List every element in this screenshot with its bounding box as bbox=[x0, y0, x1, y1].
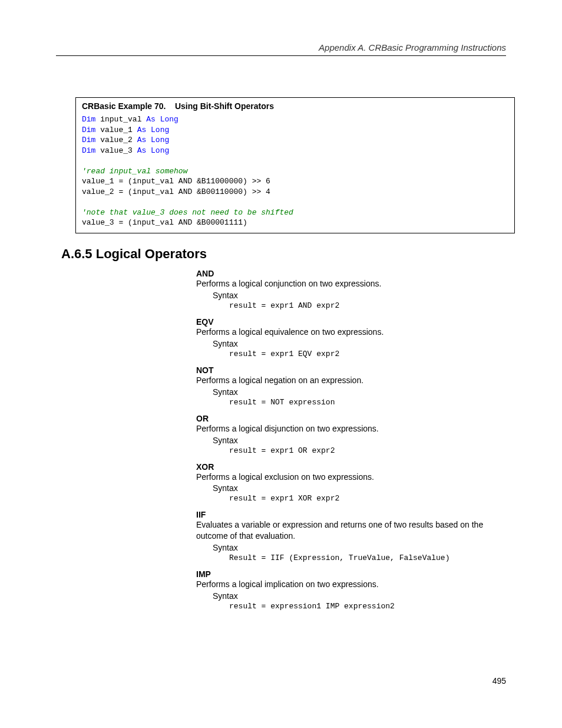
code-example-body: Dim input_val As Long Dim value_1 As Lon… bbox=[76, 114, 514, 233]
syntax-label: Syntax bbox=[213, 291, 515, 300]
keyword-as-long: As Long bbox=[137, 146, 170, 155]
header-rule bbox=[56, 55, 506, 56]
operator-block: AND Performs a logical conjunction on tw… bbox=[196, 269, 515, 310]
operator-description: Performs a logical negation on an expres… bbox=[196, 375, 515, 386]
code-var: value_2 bbox=[100, 136, 133, 144]
operator-block: XOR Performs a logical exclusion on two … bbox=[196, 462, 515, 503]
syntax-label: Syntax bbox=[213, 339, 515, 348]
code-line: value_3 = (input_val AND &B00001111) bbox=[82, 218, 247, 227]
code-example-title: CRBasic Example 70. Using Bit-Shift Oper… bbox=[76, 98, 514, 114]
operator-description: Performs a logical conjunction on two ex… bbox=[196, 278, 515, 289]
code-title-suffix: Using Bit-Shift Operators bbox=[175, 101, 274, 111]
keyword-as-long: As Long bbox=[146, 115, 178, 124]
operator-block: IIF Evaluates a variable or expression a… bbox=[196, 510, 515, 562]
keyword-dim: Dim bbox=[82, 126, 95, 134]
code-var: value_3 bbox=[100, 146, 133, 155]
syntax-label: Syntax bbox=[213, 436, 515, 445]
operator-description: Performs a logical disjunction on two ex… bbox=[196, 423, 515, 434]
operator-name: OR bbox=[196, 414, 515, 423]
keyword-dim: Dim bbox=[82, 136, 95, 144]
keyword-dim: Dim bbox=[82, 146, 95, 155]
syntax-label: Syntax bbox=[213, 483, 515, 493]
syntax-code: result = expr1 XOR expr2 bbox=[229, 494, 515, 503]
code-example-box: CRBasic Example 70. Using Bit-Shift Oper… bbox=[75, 97, 515, 233]
code-comment: 'note that value_3 does not need to be s… bbox=[82, 208, 293, 217]
operator-description: Performs a logical exclusion on two expr… bbox=[196, 472, 515, 483]
page-header: Appendix A. CRBasic Programming Instruct… bbox=[319, 42, 506, 52]
syntax-label: Syntax bbox=[213, 543, 515, 552]
code-line: value_2 = (input_val AND &B00110000) >> … bbox=[82, 187, 270, 196]
operator-name: XOR bbox=[196, 462, 515, 472]
operators-list: AND Performs a logical conjunction on tw… bbox=[196, 269, 515, 611]
operator-description: Evaluates a variable or expression and r… bbox=[196, 519, 515, 542]
section-heading: A.6.5 Logical Operators bbox=[61, 246, 515, 262]
operator-block: EQV Performs a logical equivalence on tw… bbox=[196, 317, 515, 358]
code-comment: 'read input_val somehow bbox=[82, 167, 187, 176]
main-content: CRBasic Example 70. Using Bit-Shift Oper… bbox=[75, 97, 515, 611]
syntax-code: result = NOT expression bbox=[229, 398, 515, 407]
syntax-code: Result = IIF (Expression, TrueValue, Fal… bbox=[229, 554, 515, 562]
keyword-as-long: As Long bbox=[137, 136, 170, 144]
operator-description: Performs a logical implication on two ex… bbox=[196, 579, 515, 590]
syntax-label: Syntax bbox=[213, 591, 515, 601]
code-var: input_val bbox=[100, 115, 141, 124]
syntax-code: result = expr1 EQV expr2 bbox=[229, 350, 515, 358]
code-line: value_1 = (input_val AND &B11000000) >> … bbox=[82, 177, 270, 186]
operator-name: AND bbox=[196, 269, 515, 278]
operator-block: OR Performs a logical disjunction on two… bbox=[196, 414, 515, 455]
operator-block: IMP Performs a logical implication on tw… bbox=[196, 569, 515, 611]
syntax-code: result = expression1 IMP expression2 bbox=[229, 602, 515, 611]
code-title-prefix: CRBasic Example 70. bbox=[82, 101, 166, 111]
operator-description: Performs a logical equivalence on two ex… bbox=[196, 327, 515, 338]
operator-name: NOT bbox=[196, 365, 515, 375]
page-number: 495 bbox=[492, 676, 506, 686]
keyword-as-long: As Long bbox=[137, 126, 170, 134]
keyword-dim: Dim bbox=[82, 115, 95, 124]
operator-block: NOT Performs a logical negation on an ex… bbox=[196, 365, 515, 407]
operator-name: EQV bbox=[196, 317, 515, 327]
syntax-code: result = expr1 OR expr2 bbox=[229, 446, 515, 455]
code-var: value_1 bbox=[100, 126, 133, 134]
syntax-label: Syntax bbox=[213, 387, 515, 397]
operator-name: IIF bbox=[196, 510, 515, 519]
syntax-code: result = expr1 AND expr2 bbox=[229, 301, 515, 310]
operator-name: IMP bbox=[196, 569, 515, 579]
